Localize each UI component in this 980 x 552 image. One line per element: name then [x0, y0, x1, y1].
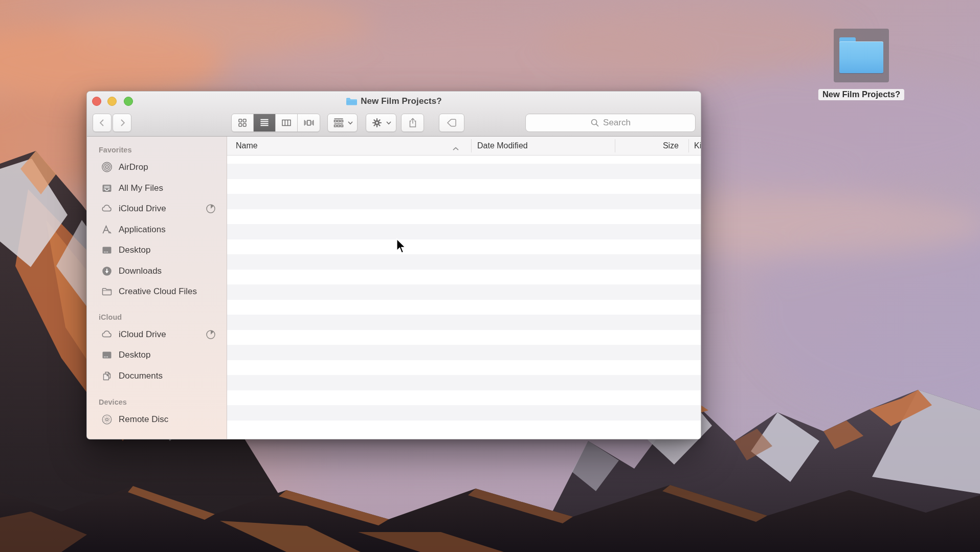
sort-ascending-icon: [452, 144, 459, 153]
column-divider[interactable]: [688, 139, 689, 152]
forward-button[interactable]: [113, 114, 131, 132]
sidebar-item-all-my-files[interactable]: All My Files: [87, 178, 227, 199]
sidebar-section-icloud: iCloud: [87, 310, 227, 324]
file-list-area: Name Date Modified Size Kind: [227, 137, 701, 439]
icon-view-icon: [237, 117, 248, 128]
tag-button[interactable]: [439, 114, 464, 132]
action-button[interactable]: [366, 114, 396, 132]
chevron-down-icon: [386, 121, 391, 125]
documents-icon: [101, 370, 113, 382]
finder-window: New Film Projects?: [86, 91, 701, 439]
sidebar-section-favorites: Favorites: [87, 143, 227, 157]
icon-view-button[interactable]: [232, 114, 254, 131]
sidebar-item-remote-disc[interactable]: Remote Disc: [87, 409, 227, 430]
desktop-folder-icon[interactable]: New Film Projects?: [834, 29, 889, 82]
column-divider[interactable]: [471, 139, 472, 152]
sidebar-item-creative-cloud-files[interactable]: Creative Cloud Files: [87, 281, 227, 302]
icon-selection-highlight: [834, 29, 889, 82]
column-header-name[interactable]: Name: [236, 137, 258, 155]
sync-progress-icon: [205, 203, 216, 214]
desktop-icon-label: New Film Projects?: [818, 89, 904, 100]
column-view-icon: [281, 117, 292, 128]
sidebar-item-desktop[interactable]: Desktop: [87, 240, 227, 261]
folder-icon: [839, 37, 883, 73]
chevron-left-icon: [97, 118, 107, 128]
empty-file-list[interactable]: [227, 156, 701, 439]
desktop-icon: [101, 244, 113, 256]
chevron-right-icon: [117, 118, 127, 128]
coverflow-view-button[interactable]: [298, 114, 320, 131]
window-title-row: New Film Projects?: [87, 96, 701, 107]
folder-icon: [101, 285, 113, 298]
column-view-button[interactable]: [276, 114, 298, 131]
titlebar-toolbar: New Film Projects?: [87, 92, 701, 137]
icloud-icon: [101, 328, 113, 341]
sidebar-item-documents[interactable]: Documents: [87, 366, 227, 387]
chevron-down-icon: [348, 121, 353, 125]
applications-icon: [101, 224, 113, 236]
sidebar-section-devices: Devices: [87, 395, 227, 409]
sidebar-item-desktop-2[interactable]: Desktop: [87, 345, 227, 366]
coverflow-view-icon: [303, 117, 315, 128]
list-view-button[interactable]: [254, 114, 276, 131]
downloads-icon: [101, 265, 113, 277]
search-placeholder: Search: [603, 118, 631, 128]
icloud-icon: [101, 203, 113, 215]
sidebar-item-icloud-drive[interactable]: iCloud Drive: [87, 198, 227, 219]
gear-icon: [371, 117, 383, 128]
arrange-button[interactable]: [327, 114, 358, 132]
search-input[interactable]: Search: [525, 114, 696, 132]
mouse-cursor: [396, 238, 406, 256]
sidebar-item-icloud-drive-2[interactable]: iCloud Drive: [87, 324, 227, 345]
list-column-header: Name Date Modified Size Kind: [227, 137, 701, 156]
list-view-icon: [259, 117, 270, 128]
column-header-size[interactable]: Size: [615, 137, 688, 155]
desktop-icon: [101, 349, 113, 361]
column-header-date-modified[interactable]: Date Modified: [477, 137, 528, 155]
all-my-files-icon: [101, 182, 113, 194]
share-button[interactable]: [401, 114, 424, 132]
remote-disc-icon: [101, 413, 113, 426]
tag-icon: [446, 117, 458, 128]
back-button[interactable]: [93, 114, 112, 132]
airdrop-icon: [101, 161, 113, 173]
mini-folder-icon: [346, 97, 357, 106]
sidebar-item-airdrop[interactable]: AirDrop: [87, 157, 227, 178]
column-header-kind[interactable]: Kind: [694, 137, 701, 155]
arrange-icon: [332, 117, 345, 128]
share-icon: [408, 117, 418, 128]
finder-sidebar: Favorites AirDrop All: [87, 137, 227, 439]
sidebar-item-downloads[interactable]: Downloads: [87, 261, 227, 282]
sync-progress-icon: [205, 329, 216, 340]
view-mode-segmented-control: [231, 114, 320, 132]
window-title: New Film Projects?: [361, 96, 442, 106]
sidebar-item-applications[interactable]: Applications: [87, 219, 227, 240]
search-icon: [590, 118, 599, 127]
